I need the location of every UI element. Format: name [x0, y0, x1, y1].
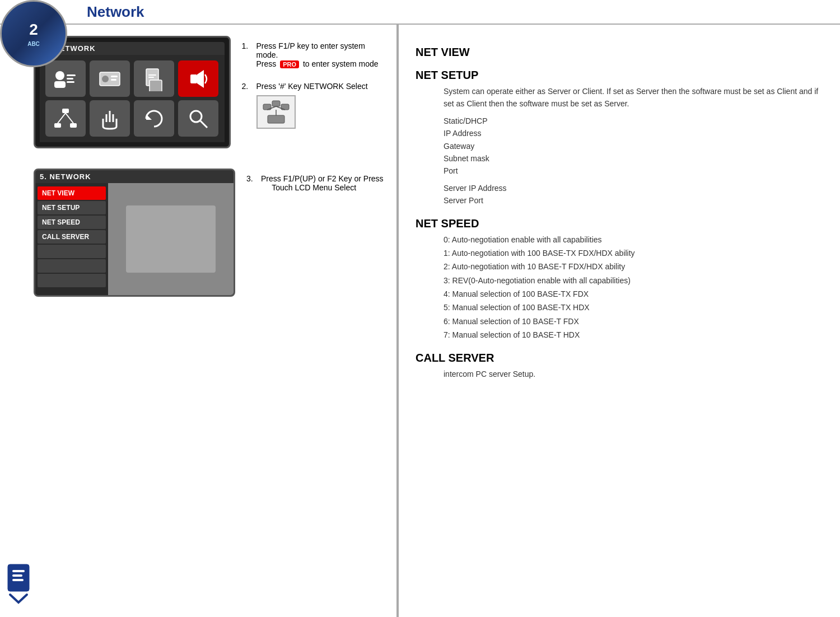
netspeed-5: 5: Manual selection of 100 BASE-TX HDX: [444, 301, 823, 314]
section-heading-netsetup: NET SETUP: [416, 69, 823, 82]
svg-rect-11: [148, 74, 156, 76]
svg-line-22: [200, 121, 207, 128]
btn-network[interactable]: [45, 100, 86, 137]
netspeed-4: 4: Manual selection of 100 BASE-TX FDX: [444, 288, 823, 300]
device-screen-1-title: 5. NETWORK: [40, 42, 225, 55]
svg-rect-15: [62, 109, 69, 113]
section-heading-callserver: CALL SERVER: [416, 352, 823, 364]
svg-line-18: [58, 113, 66, 123]
device-screen-2: 5. NETWORK NET VIEW NET SETUP NET SPEED …: [34, 169, 235, 297]
callserver-desc: intercom PC server Setup.: [444, 368, 823, 380]
pro-badge: PRO: [280, 60, 299, 68]
svg-rect-0: [55, 71, 64, 80]
svg-rect-28: [268, 115, 284, 123]
step-1-text: Press F1/P key to enter system mode. Pre…: [256, 41, 385, 68]
network-select-icon: [256, 95, 296, 129]
svg-rect-24: [272, 101, 280, 106]
svg-rect-30: [8, 564, 29, 591]
svg-rect-16: [54, 123, 61, 128]
netspeed-1: 1: Auto-negotiation with 100 BASE-TX FDX…: [444, 247, 823, 259]
svg-rect-12: [148, 77, 154, 78]
netspeed-7: 7: Manual selection of 10 BASE-T HDX: [444, 329, 823, 341]
step-3-text: Press F1/P(UP) or F2 Key or Press Touch …: [261, 174, 384, 192]
svg-rect-8: [111, 79, 116, 81]
svg-rect-13: [190, 74, 197, 83]
svg-point-6: [102, 76, 109, 82]
menu-item-netview[interactable]: NET VIEW: [38, 186, 106, 200]
netspeed-2: 2: Auto-negotiation with 10 BASE-T FDX/H…: [444, 260, 823, 273]
step-2-num: 2.: [242, 82, 253, 91]
netspeed-0: 0: Auto-negotiation enable with all capa…: [444, 233, 823, 246]
btn-speaker[interactable]: [178, 60, 218, 97]
right-panel: NET VIEW NET SETUP System can operate ei…: [399, 25, 840, 617]
btn-document[interactable]: [134, 60, 174, 97]
step-1: 1. Press F1/P key to enter system mode. …: [242, 41, 385, 68]
svg-rect-17: [70, 123, 77, 128]
netspeed-6: 6: Manual selection of 10 BASE-T FDX: [444, 315, 823, 328]
section-heading-netspeed: NET SPEED: [416, 217, 823, 230]
section-body-netsetup: System can operate either as Server or C…: [444, 85, 823, 207]
netsetup-list1: Static/DHCP IP Address Gateway Subnet ma…: [444, 115, 823, 177]
svg-rect-10: [150, 80, 162, 91]
step-2: 2. Press '#' Key NETWORK Select: [242, 82, 385, 91]
section-body-callserver: intercom PC server Setup.: [444, 368, 823, 380]
svg-rect-1: [54, 81, 66, 88]
menu-item-5[interactable]: [38, 245, 106, 258]
page-title: Network: [87, 3, 144, 21]
left-panel: 5. NETWORK: [0, 25, 398, 617]
svg-line-19: [66, 113, 73, 123]
device-screen-2-title: 5. NETWORK: [35, 170, 234, 183]
svg-rect-2: [67, 74, 76, 76]
svg-marker-20: [146, 114, 152, 120]
step-1-num: 1.: [242, 41, 253, 50]
btn-search[interactable]: [178, 100, 218, 137]
menu-item-netspeed[interactable]: NET SPEED: [38, 216, 106, 229]
netsetup-list2: Server IP Address Server Port: [444, 182, 823, 207]
svg-rect-4: [67, 81, 74, 83]
svg-rect-31: [12, 570, 25, 572]
btn-hand[interactable]: [90, 100, 130, 137]
netsetup-desc: System can operate either as Server or C…: [444, 85, 823, 110]
svg-marker-14: [197, 70, 204, 88]
section-heading-netview: NET VIEW: [416, 46, 823, 59]
logo: 2 ABC: [0, 0, 67, 67]
menu-item-7[interactable]: [38, 274, 106, 287]
netspeed-list: 0: Auto-negotiation enable with all capa…: [444, 233, 823, 342]
bottom-icon: [4, 562, 32, 611]
svg-point-21: [190, 111, 202, 122]
menu-item-callserver[interactable]: CALL SERVER: [38, 230, 106, 244]
step-3: 3. Press F1/P(UP) or F2 Key or Press Tou…: [246, 174, 384, 192]
device-screen-1: 5. NETWORK: [34, 36, 231, 148]
menu-item-netsetup[interactable]: NET SETUP: [38, 201, 106, 214]
btn-refresh[interactable]: [134, 100, 174, 137]
svg-rect-33: [12, 579, 24, 581]
btn-person-list[interactable]: [45, 60, 86, 97]
section-body-netspeed: 0: Auto-negotiation enable with all capa…: [444, 233, 823, 342]
menu-preview: [108, 183, 234, 295]
svg-rect-32: [12, 574, 22, 577]
netspeed-3: 3: REV(0-Auto-negotiation enable with al…: [444, 274, 823, 287]
header: Network: [0, 0, 840, 25]
step-2-text: Press '#' Key NETWORK Select: [256, 82, 368, 91]
menu-item-6[interactable]: [38, 259, 106, 273]
svg-rect-3: [67, 78, 73, 80]
step-3-num: 3.: [246, 174, 258, 183]
btn-id-card[interactable]: [90, 60, 130, 97]
svg-rect-7: [111, 76, 118, 77]
